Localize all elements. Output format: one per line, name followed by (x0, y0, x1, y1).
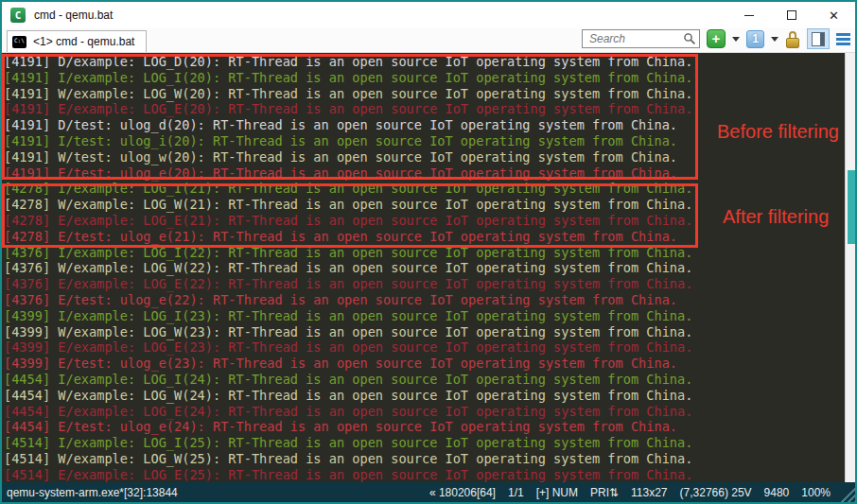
maximize-button[interactable] (770, 2, 813, 28)
console-line: [4191] E/example: LOG_E(20): RT-Thread i… (4, 101, 855, 117)
console-area: [4191] D/example: LOG_D(20): RT-Thread i… (2, 53, 855, 482)
window-title: cmd - qemu.bat (34, 9, 113, 22)
console-line: [4278] E/example: LOG_E(21): RT-Thread i… (4, 213, 855, 229)
console-line: [4514] I/example: LOG_I(25): RT-Thread i… (4, 435, 855, 451)
new-console-dropdown-icon[interactable] (732, 37, 740, 42)
tab-toolbar: + 1 (582, 28, 855, 52)
console-view-button[interactable] (807, 28, 830, 49)
cmd-icon: C:\ (12, 36, 26, 48)
menu-icon[interactable] (836, 33, 852, 45)
vertical-scrollbar[interactable] (845, 53, 855, 482)
tab-label: <1> cmd - qemu.bat (33, 35, 134, 48)
close-button[interactable]: ✕ (813, 2, 855, 28)
console-line: [4454] I/example: LOG_I(24): RT-Thread i… (4, 372, 855, 388)
console-line: [4399] W/example: LOG_W(23): RT-Thread i… (4, 324, 855, 340)
console-line: [4376] I/example: LOG_I(22): RT-Thread i… (4, 245, 855, 261)
lock-body (786, 38, 799, 48)
lock-icon[interactable] (785, 30, 800, 48)
status-items: « 180206[64]1/1[+] NUMPRI⇅113x27(7,32766… (429, 486, 853, 499)
console-line: [4191] W/example: LOG_W(20): RT-Thread i… (4, 86, 855, 102)
status-bar: qemu-system-arm.exe*[32]:13844 « 180206[… (2, 482, 855, 502)
status-item: 9480 (764, 486, 790, 499)
console-line: [4454] E/test: ulog_e(24): RT-Thread is … (4, 419, 855, 435)
status-item: [+] NUM (536, 486, 578, 499)
status-item: 113x27 (631, 486, 667, 499)
tab-cmd-qemu[interactable]: C:\ <1> cmd - qemu.bat (7, 30, 147, 52)
console-line: [4191] W/test: ulog_w(20): RT-Thread is … (4, 149, 855, 165)
status-item: 100% (801, 486, 831, 499)
tab-bar: C:\ <1> cmd - qemu.bat + 1 (2, 28, 855, 53)
minimize-icon (744, 15, 754, 16)
console-line: [4191] D/example: LOG_D(20): RT-Thread i… (4, 54, 855, 70)
console-line: [4376] W/example: LOG_W(22): RT-Thread i… (4, 260, 855, 276)
windows-dropdown-icon[interactable] (771, 37, 778, 42)
console-line: [4454] W/example: LOG_W(24): RT-Thread i… (4, 388, 855, 404)
maximize-icon (787, 10, 796, 20)
status-process: qemu-system-arm.exe*[32]:13844 (4, 486, 178, 499)
close-icon: ✕ (829, 9, 839, 23)
console-line: [4376] E/example: LOG_E(22): RT-Thread i… (4, 276, 855, 292)
conemu-app-icon: C (10, 8, 26, 23)
minimize-button[interactable] (727, 2, 770, 28)
console-line: [4514] W/example: LOG_W(25): RT-Thread i… (4, 451, 855, 467)
search-input[interactable] (587, 31, 683, 46)
console-line: [4399] I/example: LOG_I(23): RT-Thread i… (4, 308, 855, 324)
scrollbar-thumb[interactable] (848, 170, 855, 244)
console-line: [4376] E/test: ulog_e(22): RT-Thread is … (4, 292, 855, 308)
status-item: (7,32766) 25V (680, 486, 752, 499)
new-console-button[interactable]: + (707, 29, 726, 48)
console-line: [4399] E/example: LOG_E(23): RT-Thread i… (4, 339, 855, 356)
console-line: [4191] I/example: LOG_I(20): RT-Thread i… (4, 70, 855, 86)
console-line: [4514] E/example: LOG_E(25): RT-Thread i… (4, 467, 855, 482)
search-icon (683, 32, 696, 45)
title-bar: C cmd - qemu.bat ✕ (2, 2, 855, 28)
status-item: 1/1 (508, 486, 524, 499)
console-line: [4278] W/example: LOG_W(21): RT-Thread i… (4, 197, 855, 213)
status-item: PRI⇅ (590, 486, 619, 499)
window-controls: ✕ (727, 2, 855, 28)
windows-list-button[interactable]: 1 (746, 30, 764, 48)
console-line: [4278] I/example: LOG_I(21): RT-Thread i… (4, 181, 855, 197)
console-view-icon (812, 32, 825, 46)
search-box[interactable] (582, 29, 700, 48)
console-line: [4191] D/test: ulog_d(20): RT-Thread is … (4, 117, 855, 133)
console-line: [4278] E/test: ulog_e(21): RT-Thread is … (4, 229, 855, 245)
console-line: [4191] I/test: ulog_i(20): RT-Thread is … (4, 133, 855, 149)
console-text: [4191] D/example: LOG_D(20): RT-Thread i… (2, 53, 855, 482)
console-line: [4454] E/example: LOG_E(24): RT-Thread i… (4, 404, 855, 420)
status-item: « 180206[64] (429, 486, 496, 499)
console-line: [4399] E/test: ulog_e(23): RT-Thread is … (4, 356, 855, 372)
console-line: [4191] E/test: ulog_e(20): RT-Thread is … (4, 165, 855, 182)
conemu-window: C cmd - qemu.bat ✕ C:\ <1> cmd - qemu.ba… (0, 0, 857, 504)
